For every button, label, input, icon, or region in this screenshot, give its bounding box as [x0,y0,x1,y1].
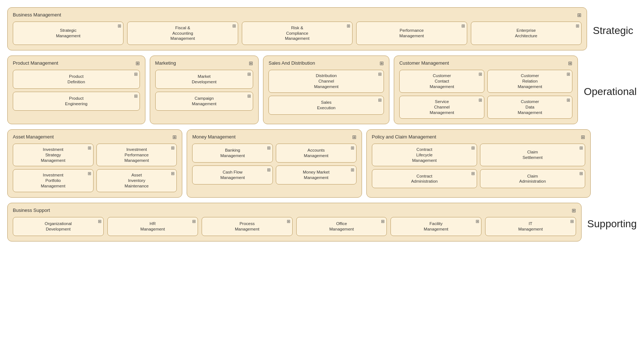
marketing-box: Marketing ⊞ Market Development ⊞ Campaig… [150,56,259,124]
money-market-item[interactable]: Money Market Management ⊞ [276,165,357,184]
strategic-label: Strategic [593,21,637,37]
customer-data-item[interactable]: Customer Data Management ⊞ [487,96,572,119]
grid-icon-clm: ⊞ [471,145,475,151]
claim-administration-item[interactable]: Claim Administration ⊞ [480,169,585,188]
process-management-item[interactable]: Process Management ⊞ [202,217,293,236]
hr-management-item[interactable]: HR Management ⊞ [107,217,198,236]
grid-icon-ipm: ⊞ [171,145,175,151]
product-management-items: Product Definition ⊞ Product Engineering… [13,70,140,111]
grid-icon-rc: ⊞ [347,23,350,28]
sales-execution-item[interactable]: Sales Execution ⊞ [268,96,384,115]
product-engineering-item[interactable]: Product Engineering ⊞ [13,92,140,111]
grid-icon-om: ⊞ [381,219,385,224]
operational-row2-boxes: Asset Management ⊞ Investment Strategy M… [7,129,591,198]
contract-lifecycle-item[interactable]: Contract Lifecycle Management ⊞ [372,144,477,167]
business-management-title: Business Management ⊞ [13,12,582,18]
investment-performance-item[interactable]: Investment Performance Management ⊞ [96,144,177,167]
operational-row2: Asset Management ⊞ Investment Strategy M… [7,129,637,198]
cash-flow-item[interactable]: Cash Flow Management ⊞ [192,165,273,184]
operational-row1: Product Management ⊞ Product Definition … [7,56,637,124]
fiscal-accounting-item[interactable]: Fiscal & Accounting Management ⊞ [127,22,238,45]
claim-settlement-item[interactable]: Claim Settlement ⊞ [480,144,585,167]
grid-icon-am: ⊞ [351,145,354,151]
market-development-item[interactable]: Market Development ⊞ [155,70,254,89]
main-diagram: Business Management ⊞ Strategic Manageme… [7,7,637,241]
policy-claim-box: Policy and Claim Management ⊞ Contract L… [366,129,591,198]
grid-icon-pd: ⊞ [134,72,138,77]
supporting-section: Business Support ⊞ Organizational Develo… [7,203,637,241]
business-support-items: Organizational Development ⊞ HR Manageme… [13,217,576,236]
strategic-section: Business Management ⊞ Strategic Manageme… [7,7,637,50]
service-channel-item[interactable]: Service Channel Management ⊞ [399,96,484,119]
grid-icon-hr: ⊞ [192,219,196,224]
distribution-channel-item[interactable]: Distribution Channel Management ⊞ [268,70,384,93]
strategic-management-item[interactable]: Strategic Management ⊞ [13,22,123,45]
asset-inventory-item[interactable]: Asset Inventory Maintenance ⊞ [96,169,177,192]
campaign-management-item[interactable]: Campaign Management ⊞ [155,92,254,111]
grid-icon-sd: ⊞ [380,60,384,66]
sales-distribution-box: Sales And Distribution ⊞ Distribution Ch… [263,56,389,124]
grid-icon-cdm: ⊞ [567,98,570,103]
customer-management-box: Customer Management ⊞ Customer Contact M… [394,56,578,124]
grid-icon-cm: ⊞ [247,94,251,99]
product-definition-item[interactable]: Product Definition ⊞ [13,70,140,89]
grid-icon-aim: ⊞ [171,171,175,176]
grid-icon-fa: ⊞ [232,23,236,28]
accounts-management-item[interactable]: Accounts Management ⊞ [276,144,357,163]
customer-relation-item[interactable]: Customer Relation Management ⊞ [487,70,572,93]
customer-management-items: Customer Contact Management ⊞ Customer R… [399,70,572,119]
business-management-items: Strategic Management ⊞ Fiscal & Accounti… [13,22,582,45]
operational-row1-boxes: Product Management ⊞ Product Definition … [7,56,578,124]
grid-icon-assetmgmt: ⊞ [172,134,177,140]
contract-administration-item[interactable]: Contract Administration ⊞ [372,169,477,188]
asset-management-box: Asset Management ⊞ Investment Strategy M… [7,129,182,198]
supporting-label: Supporting [587,214,637,230]
banking-management-item[interactable]: Banking Management ⊞ [192,144,273,163]
grid-icon-ea: ⊞ [576,23,579,28]
grid-icon-cs: ⊞ [579,145,583,151]
grid-icon-bs: ⊞ [572,208,576,213]
grid-icon-sm: ⊞ [118,23,121,28]
grid-icon-moneymgmt: ⊞ [352,134,357,140]
policy-claim-items: Contract Lifecycle Management ⊞ Claim Se… [372,144,585,189]
grid-icon-policyclaim: ⊞ [581,134,585,140]
performance-management-item[interactable]: Performance Management ⊞ [356,22,467,45]
operational-label: Operational [584,82,637,98]
grid-icon-it: ⊞ [570,219,574,224]
facility-management-item[interactable]: Facility Management ⊞ [390,217,481,236]
investment-portfolio-item[interactable]: Investment Portfolio Management ⊞ [13,169,94,192]
grid-icon-bm: ⊞ [577,12,582,18]
money-management-box: Money Management ⊞ Banking Management ⊞ … [187,129,362,198]
sales-distribution-items: Distribution Channel Management ⊞ Sales … [268,70,384,115]
marketing-items: Market Development ⊞ Campaign Management… [155,70,254,111]
grid-icon-mmm: ⊞ [351,167,354,172]
grid-icon-cc: ⊞ [479,72,482,77]
grid-icon-od: ⊞ [98,219,102,224]
grid-icon-cr: ⊞ [567,72,570,77]
business-management-box: Business Management ⊞ Strategic Manageme… [7,7,587,50]
grid-icon-prodmgmt: ⊞ [136,60,140,66]
grid-icon-ipom: ⊞ [88,171,91,176]
asset-management-items: Investment Strategy Management ⊞ Investm… [13,144,177,193]
grid-icon-scm: ⊞ [479,98,482,103]
grid-icon-fm: ⊞ [476,219,479,224]
grid-icon-custmgmt: ⊞ [568,60,572,66]
grid-icon-proc: ⊞ [287,219,290,224]
grid-icon-pe: ⊞ [134,94,138,99]
organizational-development-item[interactable]: Organizational Development ⊞ [13,217,104,236]
grid-icon-cfm: ⊞ [267,167,271,172]
risk-compliance-item[interactable]: Risk & Compliance Management ⊞ [242,22,353,45]
grid-icon-se: ⊞ [378,98,382,103]
grid-icon-bm: ⊞ [267,145,271,151]
money-management-items: Banking Management ⊞ Accounts Management… [192,144,356,184]
grid-icon-pm: ⊞ [461,23,465,28]
customer-contact-item[interactable]: Customer Contact Management ⊞ [399,70,484,93]
grid-icon-ca: ⊞ [471,171,475,176]
product-management-box: Product Management ⊞ Product Definition … [7,56,145,124]
it-management-item[interactable]: IT Management ⊞ [485,217,576,236]
grid-icon-dcm: ⊞ [378,72,382,77]
enterprise-architecture-item[interactable]: Enterprise Architecture ⊞ [471,22,582,45]
grid-icon-md: ⊞ [247,72,251,77]
investment-strategy-item[interactable]: Investment Strategy Management ⊞ [13,144,94,167]
office-management-item[interactable]: Office Management ⊞ [296,217,387,236]
